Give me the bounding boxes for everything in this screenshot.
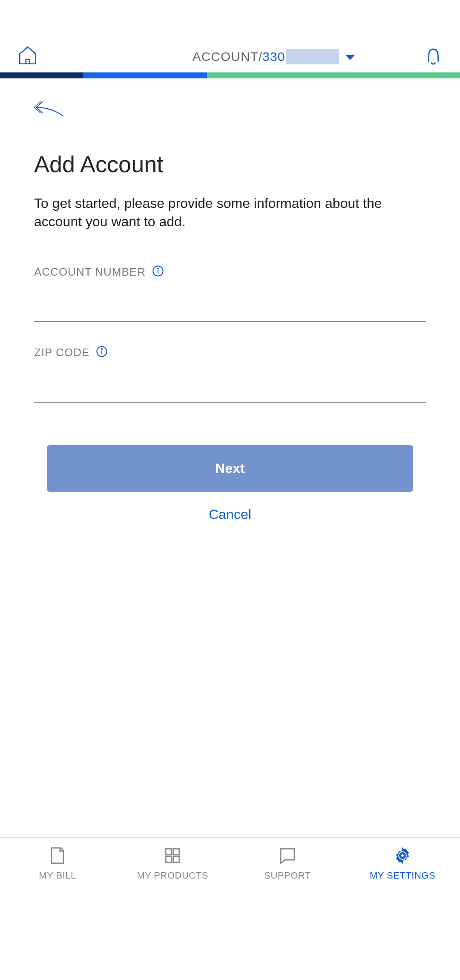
chevron-down-icon bbox=[345, 49, 355, 64]
back-arrow-icon bbox=[34, 100, 64, 117]
svg-point-5 bbox=[101, 349, 102, 350]
svg-rect-6 bbox=[166, 849, 172, 855]
account-number-field-group: ACCOUNT NUMBER bbox=[34, 265, 426, 322]
svg-rect-8 bbox=[166, 856, 172, 862]
zip-code-input[interactable] bbox=[34, 372, 426, 403]
page-title: Add Account bbox=[34, 151, 426, 177]
progress-segment bbox=[83, 72, 207, 78]
bottom-nav: MY BILL MY PRODUCTS SUPPORT MY SETTINGS bbox=[0, 837, 460, 888]
zip-code-info-button[interactable] bbox=[96, 346, 108, 359]
svg-point-2 bbox=[158, 268, 158, 269]
grid-icon bbox=[162, 845, 183, 866]
status-bar-space bbox=[0, 0, 460, 47]
svg-rect-7 bbox=[173, 849, 179, 855]
zip-code-field-group: ZIP CODE bbox=[34, 346, 426, 403]
nav-label: MY PRODUCTS bbox=[137, 870, 208, 881]
info-icon bbox=[96, 346, 108, 357]
field-label-row: ZIP CODE bbox=[34, 346, 426, 359]
nav-label: MY BILL bbox=[39, 870, 76, 881]
nav-item-my-settings[interactable]: MY SETTINGS bbox=[345, 838, 460, 888]
cancel-button[interactable]: Cancel bbox=[47, 492, 413, 537]
page-description: To get started, please provide some info… bbox=[34, 194, 426, 231]
button-container: Next Cancel bbox=[34, 426, 426, 537]
bill-icon bbox=[47, 845, 68, 866]
home-icon bbox=[17, 45, 38, 66]
field-label-row: ACCOUNT NUMBER bbox=[34, 265, 426, 279]
nav-item-my-products[interactable]: MY PRODUCTS bbox=[115, 838, 230, 888]
zip-code-label: ZIP CODE bbox=[34, 346, 89, 359]
bell-icon bbox=[424, 46, 443, 65]
account-number-input[interactable] bbox=[34, 291, 426, 322]
progress-bar bbox=[0, 72, 460, 78]
next-button[interactable]: Next bbox=[47, 445, 413, 492]
svg-rect-9 bbox=[173, 856, 179, 862]
nav-item-my-bill[interactable]: MY BILL bbox=[0, 838, 115, 888]
main-content: Add Account To get started, please provi… bbox=[0, 78, 460, 537]
nav-item-support[interactable]: SUPPORT bbox=[230, 838, 345, 888]
gear-icon bbox=[392, 845, 413, 866]
account-number-info-button[interactable] bbox=[152, 265, 164, 279]
nav-label: MY SETTINGS bbox=[370, 870, 435, 881]
account-number: 330 bbox=[262, 49, 285, 64]
account-number-label: ACCOUNT NUMBER bbox=[34, 265, 146, 279]
nav-label: SUPPORT bbox=[264, 870, 310, 881]
progress-segment bbox=[207, 72, 460, 78]
account-label: ACCOUNT/ bbox=[193, 49, 263, 64]
progress-segment bbox=[0, 72, 83, 78]
info-icon bbox=[152, 265, 164, 277]
home-button[interactable] bbox=[17, 45, 38, 68]
account-selector[interactable]: ACCOUNT/ 330 bbox=[38, 49, 424, 64]
back-button[interactable] bbox=[34, 100, 426, 117]
account-number-redacted bbox=[286, 49, 339, 64]
top-header: ACCOUNT/ 330 bbox=[0, 47, 460, 72]
chat-icon bbox=[277, 845, 298, 866]
notifications-button[interactable] bbox=[424, 46, 443, 67]
